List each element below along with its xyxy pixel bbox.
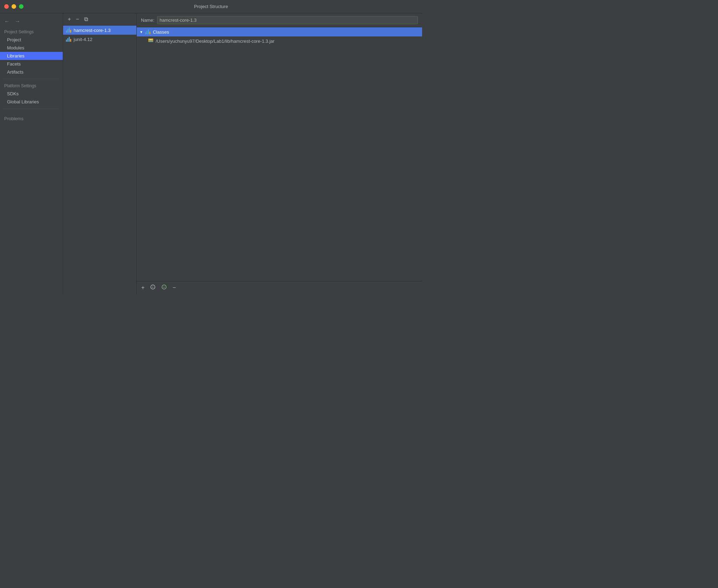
lib-copy-button[interactable]: ⧉ <box>82 15 90 23</box>
sidebar-item-problems[interactable]: Problems <box>0 115 63 123</box>
lib-add-button[interactable]: + <box>66 15 73 23</box>
lib-item-junit[interactable]: junit-4.12 <box>63 35 136 44</box>
sidebar-item-artifacts[interactable]: Artifacts <box>0 68 63 76</box>
library-icon <box>66 27 72 33</box>
svg-rect-4 <box>150 40 151 42</box>
main-layout: ← → Project Settings Project Modules Lib… <box>0 13 422 294</box>
sidebar-divider-2 <box>3 109 60 109</box>
sidebar: ← → Project Settings Project Modules Lib… <box>0 13 63 294</box>
name-label: Name: <box>141 18 154 23</box>
svg-text:+: + <box>163 286 165 289</box>
svg-text:+: + <box>152 286 154 289</box>
platform-settings-header: Platform Settings <box>0 82 63 90</box>
svg-rect-3 <box>149 41 150 42</box>
lib-item-hamcrest[interactable]: hamcrest-core-1.3 <box>63 26 136 35</box>
title-bar: Project Structure <box>0 0 422 13</box>
sidebar-item-global-libraries[interactable]: Global Libraries <box>0 98 63 106</box>
project-settings-header: Project Settings <box>0 28 63 36</box>
detail-bottom-toolbar: + + + − <box>137 281 422 294</box>
sidebar-item-sdks[interactable]: SDKs <box>0 90 63 98</box>
library-icon-2 <box>66 36 72 42</box>
detail-panel: Name: ▼ Classes <box>137 13 422 294</box>
close-button[interactable] <box>4 4 9 9</box>
name-input[interactable] <box>157 16 418 24</box>
sidebar-item-facets[interactable]: Facets <box>0 60 63 68</box>
window-title: Project Structure <box>194 4 228 9</box>
classes-path: /Users/yuchunyu97/Desktop/Lab1/lib/hamcr… <box>156 39 275 44</box>
sidebar-divider <box>3 79 60 79</box>
sidebar-item-libraries[interactable]: Libraries <box>0 52 63 60</box>
sidebar-item-modules[interactable]: Modules <box>0 44 63 52</box>
jar-icon <box>148 38 154 44</box>
lib-item-label-2: junit-4.12 <box>74 37 92 42</box>
minimize-button[interactable] <box>12 4 16 9</box>
svg-rect-2 <box>150 39 152 40</box>
classes-header-row[interactable]: ▼ Classes <box>137 27 422 36</box>
detail-add-class-button[interactable]: + <box>148 283 157 292</box>
tree-collapse-arrow: ▼ <box>140 30 143 34</box>
center-area: + − ⧉ hamcrest-core-1.3 <box>63 13 422 294</box>
svg-rect-5 <box>152 40 153 42</box>
lib-remove-button[interactable]: − <box>74 15 81 23</box>
detail-add-button[interactable]: + <box>140 284 146 292</box>
detail-add-jar-button[interactable]: + <box>160 283 169 292</box>
classes-label: Classes <box>153 29 169 35</box>
window-controls <box>4 4 23 9</box>
classes-tree: ▼ Classes <box>137 27 422 281</box>
name-row: Name: <box>137 13 422 27</box>
lib-item-label: hamcrest-core-1.3 <box>74 28 110 33</box>
nav-toolbar: ← → <box>0 16 63 27</box>
maximize-button[interactable] <box>19 4 23 9</box>
lib-toolbar: + − ⧉ <box>63 13 136 26</box>
detail-remove-button[interactable]: − <box>171 284 177 292</box>
library-list-panel: + − ⧉ hamcrest-core-1.3 <box>63 13 137 294</box>
nav-back-button[interactable]: ← <box>3 18 11 25</box>
classes-path-row[interactable]: /Users/yuchunyu97/Desktop/Lab1/lib/hamcr… <box>137 36 422 46</box>
nav-forward-button[interactable]: → <box>13 18 22 25</box>
classes-icon <box>145 29 151 35</box>
sidebar-item-project[interactable]: Project <box>0 36 63 44</box>
